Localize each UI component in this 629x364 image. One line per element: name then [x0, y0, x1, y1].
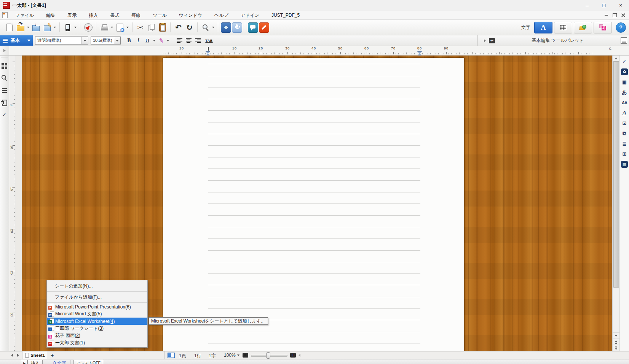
menu-item-1[interactable]: 編集	[40, 11, 61, 19]
context-menu-item-6[interactable]: xMicrosoft Excel Worksheet(4)	[47, 318, 147, 325]
vertical-ruler[interactable]: 51015202530	[9, 56, 16, 351]
hscroll-left-icon[interactable]	[299, 354, 300, 357]
next-page-button[interactable]	[613, 345, 619, 351]
search-icon[interactable]	[0, 73, 9, 83]
context-menu-item-2[interactable]: ファイルから追加(F)...	[47, 292, 147, 302]
search-button[interactable]	[200, 22, 211, 33]
context-menu-item-8[interactable]: 花花子 図面(2)	[47, 332, 147, 339]
scrollbar-thumb[interactable]	[613, 61, 619, 288]
menu-item-5[interactable]: 罫線	[125, 11, 147, 19]
clip-icon[interactable]	[0, 98, 9, 107]
assist-button[interactable]: アシストOFF	[73, 360, 103, 364]
image-mode-button[interactable]	[574, 22, 592, 33]
bold-button[interactable]: B	[125, 37, 133, 45]
minimize-button[interactable]: –	[579, 0, 595, 11]
italic-button[interactable]: I	[134, 37, 142, 45]
undo-button[interactable]	[173, 22, 184, 33]
copy-pages-icon[interactable]: ⧉	[620, 128, 629, 138]
clover-icon[interactable]: ✿	[620, 67, 629, 77]
save-as-dropdown-icon[interactable]	[54, 27, 56, 28]
paste-button[interactable]	[157, 22, 168, 33]
cut-button[interactable]: ✂	[135, 22, 145, 33]
context-menu-item-0[interactable]: シートの追加(N)...	[47, 281, 147, 291]
save-button[interactable]	[31, 22, 41, 33]
palette-panel-icon[interactable]	[621, 37, 627, 44]
navigation-button[interactable]	[83, 22, 93, 33]
frame-icon[interactable]: ⊡	[620, 118, 629, 128]
new-document-button[interactable]	[4, 22, 14, 33]
menu-item-9[interactable]: アドイン	[235, 11, 265, 19]
scroll-up-button[interactable]	[613, 56, 619, 61]
vertical-scrollbar[interactable]	[612, 56, 619, 351]
menu-item-3[interactable]: 挿入	[83, 11, 104, 19]
add-sheet-button[interactable]: +	[49, 351, 56, 359]
palette-switch-icon[interactable]	[489, 38, 495, 43]
font-size-selector[interactable]: 10.5(標準)	[91, 37, 121, 45]
underline-dropdown-icon[interactable]	[153, 40, 155, 41]
doc-restore-icon[interactable]	[613, 13, 617, 17]
open-button[interactable]	[15, 22, 26, 33]
print-button[interactable]	[99, 22, 109, 33]
context-menu-item-9[interactable]: 一一太郎 文書(1)	[47, 339, 147, 347]
mosaic-icon[interactable]: ▦	[620, 159, 629, 169]
outline-icon[interactable]: ≣	[620, 138, 629, 149]
pen-tool-button[interactable]	[259, 22, 269, 33]
doc-close-icon[interactable]	[621, 13, 625, 17]
menu-item-2[interactable]: 表示	[61, 11, 83, 19]
zoom-level[interactable]: 100%	[224, 353, 239, 358]
document-page[interactable]	[163, 58, 464, 351]
help-button[interactable]: ?	[616, 22, 626, 33]
palette-expand-icon[interactable]	[484, 39, 486, 42]
font-size-dropdown-icon[interactable]	[114, 37, 120, 44]
context-menu-item-5[interactable]: WMicrosoft Word 文書(5)	[47, 310, 147, 318]
search-dropdown-icon[interactable]	[212, 27, 214, 28]
proofread-button[interactable]	[248, 22, 258, 33]
previous-page-button[interactable]	[613, 339, 619, 345]
document-control-icon[interactable]	[2, 12, 8, 18]
tab-button[interactable]: TAB	[205, 37, 213, 45]
font-selector[interactable]: 游明朝(標準)	[35, 37, 88, 45]
window-icon[interactable]: ⊞	[620, 149, 629, 159]
menu-item-4[interactable]: 書式	[104, 11, 125, 19]
save-as-button[interactable]	[42, 22, 52, 33]
hanako-mode-button[interactable]: 花	[594, 22, 612, 33]
print-settings-dropdown-icon[interactable]	[126, 27, 129, 28]
check-icon[interactable]: ✓	[620, 56, 629, 67]
align-center-button[interactable]	[185, 37, 192, 45]
mobile-dropdown-icon[interactable]	[74, 27, 77, 28]
maximize-button[interactable]: □	[595, 0, 612, 11]
menu-item-7[interactable]: ウィンドウ	[173, 11, 208, 19]
close-button[interactable]: ×	[612, 0, 629, 11]
menu-item-10[interactable]: JUST_PDF_5	[265, 11, 306, 19]
redo-button[interactable]	[184, 22, 195, 33]
context-menu-item-7[interactable]: ≡三四郎 ワークシート(3)	[47, 325, 147, 332]
insert-mode-button[interactable]: 挿入	[27, 360, 43, 364]
text-color-button[interactable]	[157, 37, 165, 45]
pages-grid-icon[interactable]	[0, 61, 9, 70]
table-mode-button[interactable]	[554, 22, 572, 33]
context-menu-item-4[interactable]: PMicrosoft PowerPoint Presentation(6)	[47, 303, 147, 310]
font-dropdown-icon[interactable]	[81, 37, 88, 44]
date-stamp-icon[interactable]: ▣	[620, 77, 629, 87]
style-selector[interactable]: 基本	[0, 35, 33, 46]
underline-button[interactable]: U	[144, 37, 151, 45]
zoom-slider-handle[interactable]	[266, 352, 270, 359]
text-color-dropdown-icon[interactable]	[167, 40, 169, 41]
kana-icon[interactable]: あ	[620, 87, 629, 97]
horizontal-ruler[interactable]: C 10102030405060708090	[9, 46, 629, 55]
font-style-icon[interactable]: A	[620, 108, 629, 118]
voice-input-button[interactable]	[232, 22, 242, 33]
list-icon[interactable]	[0, 86, 9, 95]
sheet-scroll-right-icon[interactable]	[17, 354, 19, 357]
menu-item-0[interactable]: ファイル	[9, 11, 40, 19]
print-settings-button[interactable]	[115, 22, 125, 33]
menu-item-6[interactable]: ツール	[147, 11, 173, 19]
print-dropdown-icon[interactable]	[111, 27, 113, 28]
align-left-button[interactable]	[176, 37, 183, 45]
zoom-in-button[interactable]: +	[290, 353, 296, 358]
sheet-tab[interactable]: Sheet1	[22, 351, 48, 359]
addon-button[interactable]	[221, 22, 231, 33]
align-right-button[interactable]	[194, 37, 201, 45]
copy-button[interactable]	[146, 22, 156, 33]
open-dropdown-icon[interactable]	[27, 27, 29, 28]
